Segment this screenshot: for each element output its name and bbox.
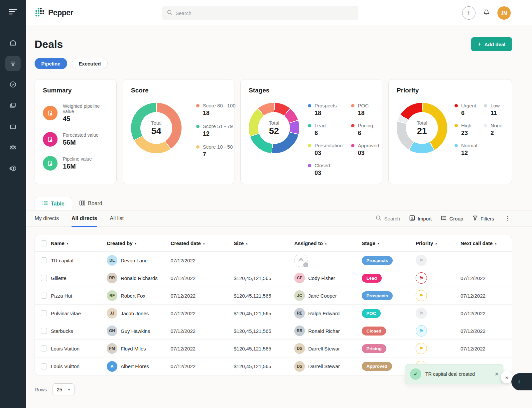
stage-badge[interactable]: Prospects xyxy=(362,256,393,265)
table-row[interactable]: Pizza Hut RF Robert Fox 07/12/2022 $120,… xyxy=(35,287,512,305)
stage-badge[interactable]: Pricing xyxy=(362,344,386,353)
tab-board-view[interactable]: Board xyxy=(72,197,110,210)
created-date: 07/12/2022 xyxy=(171,258,234,263)
sidebar-item-finance[interactable] xyxy=(5,161,21,176)
table-search-button[interactable]: Search xyxy=(376,215,400,222)
priority-flag-icon[interactable]: ⚑ xyxy=(416,272,427,284)
deals-table: Name▴Created by▴Created date▴Size▴Assign… xyxy=(35,235,512,375)
tab-all-directs[interactable]: All directs xyxy=(71,210,97,227)
tab-pipeline[interactable]: Pipeline xyxy=(35,58,67,69)
priority-flag-icon[interactable]: ⚑ xyxy=(416,325,427,337)
priority-donut-chart: Total 21 xyxy=(397,103,447,153)
group-button[interactable]: Group xyxy=(441,215,463,221)
select-all-checkbox[interactable] xyxy=(41,240,47,246)
stage-badge[interactable]: Approved xyxy=(362,362,392,371)
funnel-icon xyxy=(9,60,17,68)
stage-badge[interactable]: Lead xyxy=(362,274,382,283)
row-checkbox[interactable] xyxy=(41,275,47,281)
sort-arrow-icon[interactable]: ▴ xyxy=(135,242,137,245)
table-row[interactable]: Starbucks GH Guy Hawkins 07/12/2022 $120… xyxy=(35,322,512,340)
sidebar-item-home[interactable] xyxy=(5,35,21,50)
table-row[interactable]: Pulvinar vitae JJ Jacob Jones 07/12/2022… xyxy=(35,305,512,322)
row-checkbox[interactable] xyxy=(41,293,47,299)
avatar: JJ xyxy=(107,308,117,319)
sidebar-item-companies[interactable] xyxy=(5,119,21,134)
chat-collapse-handle[interactable]: ‹ xyxy=(511,373,532,390)
sort-arrow-icon[interactable]: ▴ xyxy=(325,242,327,245)
sort-arrow-icon[interactable]: ▴ xyxy=(436,242,437,245)
column-header[interactable]: Priority▴ xyxy=(416,240,461,246)
column-header[interactable]: Stage▴ xyxy=(362,240,416,246)
legend-dot xyxy=(455,124,458,127)
table-row[interactable]: Gillette RR Ronald Richards 07/12/2022 $… xyxy=(35,269,512,287)
tab-all-list[interactable]: All list xyxy=(110,210,124,227)
stage-badge[interactable]: Closed xyxy=(362,327,386,336)
users-icon xyxy=(298,258,304,263)
sidebar-item-tasks[interactable] xyxy=(5,77,21,92)
global-search-input[interactable]: Search xyxy=(162,6,358,20)
column-header[interactable]: Created date▴ xyxy=(171,240,234,246)
sort-arrow-icon[interactable]: ▴ xyxy=(246,242,248,245)
stage-cell: POC xyxy=(362,309,416,318)
tab-executed[interactable]: Executed xyxy=(72,58,108,69)
filters-button[interactable]: Filters xyxy=(472,215,494,221)
row-checkbox[interactable] xyxy=(41,310,47,316)
priority-flag-icon[interactable]: ⚑ xyxy=(416,343,427,354)
sidebar-item-deals[interactable] xyxy=(5,56,21,71)
stage-badge[interactable]: Prospects xyxy=(362,291,393,300)
legend-item: Approved 03 xyxy=(351,143,379,157)
notifications-button[interactable] xyxy=(482,8,490,18)
priority-flag-icon[interactable]: ⚑ xyxy=(416,308,427,319)
column-header[interactable]: Assigned to▴ xyxy=(294,240,362,246)
layers-icon xyxy=(9,101,17,109)
user-avatar[interactable]: JM xyxy=(497,6,511,20)
menu-toggle-icon[interactable] xyxy=(9,8,17,16)
legend-dot xyxy=(308,164,311,167)
tab-my-directs[interactable]: My directs xyxy=(35,210,59,227)
sidebar-item-documents[interactable] xyxy=(5,98,21,113)
column-header[interactable]: Size▴ xyxy=(234,240,294,246)
quick-add-button[interactable]: + xyxy=(462,6,475,20)
avatar: CF xyxy=(294,273,305,283)
sort-arrow-icon[interactable]: ▴ xyxy=(378,242,379,245)
row-checkbox[interactable] xyxy=(41,257,47,263)
legend-item: Presentation 03 xyxy=(308,143,342,157)
sort-arrow-icon[interactable]: ▴ xyxy=(203,242,205,245)
row-checkbox[interactable] xyxy=(41,363,47,369)
row-checkbox[interactable] xyxy=(41,328,47,334)
assign-user-button[interactable]: + xyxy=(294,254,308,267)
rows-per-page-select[interactable]: 25 ▾ xyxy=(53,383,74,395)
avatar: RR xyxy=(107,273,117,283)
add-deal-button[interactable]: + Add deal xyxy=(471,37,512,51)
stage-badge[interactable]: POC xyxy=(362,309,381,318)
legend-dot xyxy=(308,104,311,107)
table-row[interactable]: Louis Vuitton FM Floyd Miles 07/12/2022 … xyxy=(35,340,512,357)
priority-cell: ⚑ xyxy=(416,308,461,319)
legend-dot xyxy=(455,104,458,107)
legend-dot xyxy=(196,125,200,128)
stage-cell: Prospects xyxy=(362,256,416,265)
tab-table-view[interactable]: Table xyxy=(35,197,72,210)
sort-arrow-icon[interactable]: ▴ xyxy=(67,242,68,245)
sort-arrow-icon[interactable]: ▴ xyxy=(495,242,497,245)
more-options-button[interactable]: ⋮ xyxy=(503,215,512,222)
sidebar-item-team[interactable] xyxy=(5,140,21,155)
column-header[interactable]: Created by▴ xyxy=(107,240,171,246)
table-row[interactable]: TR capital DL Devon Lane 07/12/2022 + xyxy=(35,252,512,269)
import-button[interactable]: Import xyxy=(409,215,432,222)
deal-name: Starbucks xyxy=(51,328,107,334)
brand-logo[interactable]: Pepper xyxy=(35,7,73,19)
priority-flag-icon[interactable]: ⚑ xyxy=(416,290,427,301)
row-checkbox[interactable] xyxy=(41,345,47,351)
column-header[interactable]: Next call date▴ xyxy=(461,240,512,246)
priority-cell: ⚑ xyxy=(416,272,461,284)
deal-name: Pizza Hut xyxy=(51,293,107,299)
deal-name: Pulvinar vitae xyxy=(51,311,107,316)
legend-item: None 2 xyxy=(484,123,502,137)
column-header[interactable]: Name▴ xyxy=(51,240,107,246)
avatar: DS xyxy=(294,361,305,372)
priority-flag-icon[interactable]: ⚑ xyxy=(416,255,427,266)
close-icon[interactable]: × xyxy=(495,370,498,378)
table-header-row: Name▴Created by▴Created date▴Size▴Assign… xyxy=(35,235,512,252)
summary-metric: Forecasted value 56M xyxy=(43,132,108,147)
